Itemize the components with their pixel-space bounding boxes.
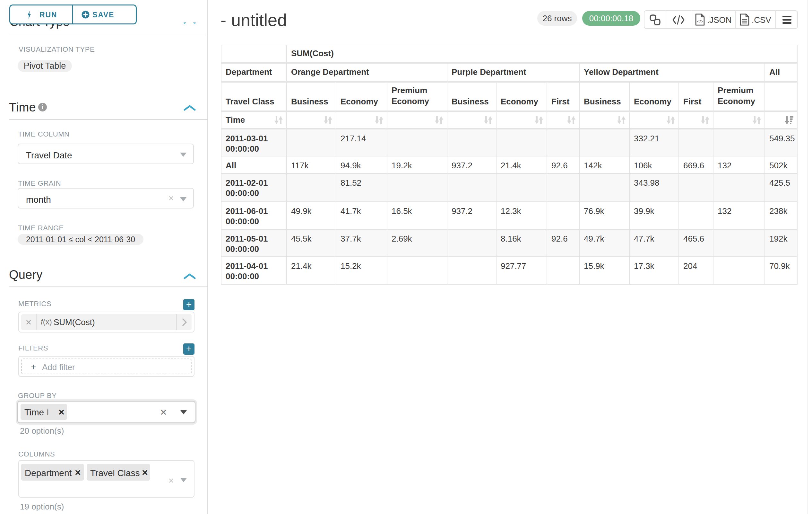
svg-text:</>: </> (697, 19, 703, 24)
